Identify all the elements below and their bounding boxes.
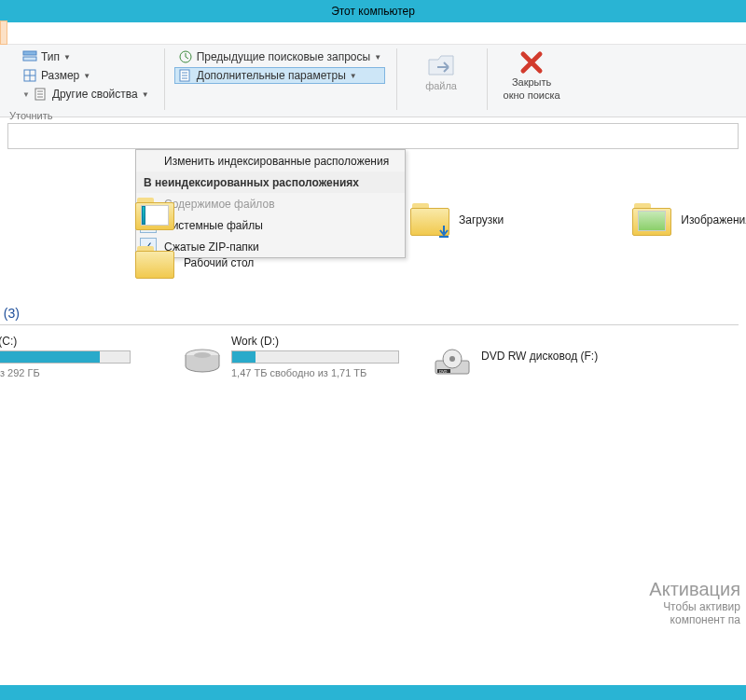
chevron-down-icon: ▼ [350,72,357,80]
svg-rect-1 [23,57,36,61]
chevron-down-icon: ▼ [22,90,30,99]
open-folder-icon [426,50,456,78]
previous-queries-dropdown[interactable]: Предыдущие поисковые запросы ▼ [174,48,385,65]
other-properties-dropdown[interactable]: ▼ Другие свойства ▼ [19,86,153,103]
ribbon: Тип ▼ Размер ▼ ▼ Другие свойства ▼ Преды… [0,45,746,117]
svg-point-11 [449,356,455,362]
chevron-down-icon: ▼ [83,72,90,80]
chevron-down-icon: ▼ [374,53,381,62]
window-titlebar: Этот компьютер [0,0,746,22]
menu-zip-folders[interactable]: ✓ Сжатые ZIP-папки [136,236,405,257]
size-icon [22,68,37,83]
advanced-options-menu: Изменить индексированные расположения В … [135,149,406,258]
hdd-icon [183,348,222,377]
history-icon [178,49,193,64]
folder-icon [135,198,174,231]
ribbon-group-label: Уточнить [9,110,53,121]
folder-icon [410,203,449,237]
usage-bar [231,350,399,364]
usage-bar [0,350,131,364]
disk-c[interactable]: й диск (C:) бодно из 292 ГБ [0,335,149,378]
svg-point-8 [194,352,211,358]
taskbar[interactable] [0,685,746,700]
properties-icon [34,87,48,102]
window-title: Этот компьютер [331,5,415,18]
close-icon [519,50,544,75]
menu-file-contents: Содержимое файлов [136,193,405,214]
menu-change-indexed[interactable]: Изменить индексированные расположения [136,150,405,172]
folder-icon [135,246,174,280]
dvd-drive-icon: DVD [433,348,472,377]
disk-d[interactable]: Work (D:) 1,47 ТБ свободно из 1,71 ТБ [183,335,399,378]
folder-downloads[interactable]: Загрузки [410,203,504,237]
type-icon [22,49,37,64]
type-dropdown[interactable]: Тип ▼ [19,48,153,65]
advanced-icon [178,68,193,83]
svg-rect-0 [23,51,36,55]
size-dropdown[interactable]: Размер ▼ [19,67,153,84]
download-arrow-icon [436,224,451,239]
chevron-down-icon: ▼ [63,53,71,62]
open-file-location-button: файла [407,48,476,91]
activation-watermark: Активация Чтобы активир компонент па [649,579,740,626]
close-search-button[interactable]: Закрыть окно поиска [497,48,566,101]
chevron-down-icon: ▼ [142,90,149,99]
disk-f[interactable]: DVD DVD RW дисковод (F:) [433,335,598,378]
ribbon-file-tab-edge[interactable] [0,21,7,45]
menu-section-header: В неиндексированных расположениях [136,172,405,193]
menu-system-files[interactable]: ✓ Системные файлы [136,214,405,236]
svg-rect-6 [439,236,449,238]
folder-icon [632,203,671,237]
advanced-options-dropdown[interactable]: Дополнительные параметры ▼ [174,67,385,84]
svg-text:DVD: DVD [439,369,448,374]
ribbon-tabstrip [0,22,746,45]
disks-section-header[interactable]: ▷ ски (3) [0,280,746,323]
folder-images[interactable]: Изображения [632,203,746,237]
address-bar[interactable] [7,123,739,149]
content-area: Изменить индексированные расположения В … [0,149,746,671]
